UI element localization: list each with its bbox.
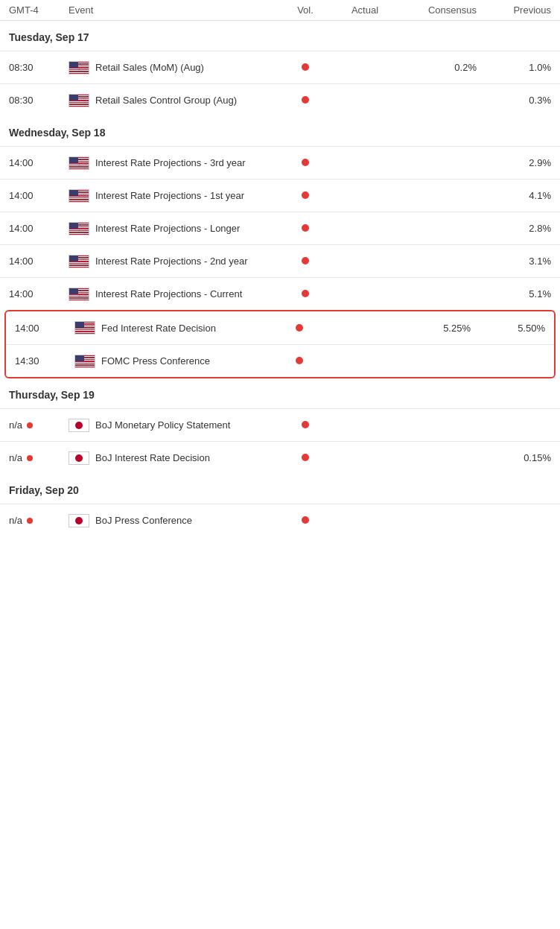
vol-dot (302, 421, 309, 428)
event-flag-name-group: Retail Sales Control Group (Aug) (69, 94, 283, 107)
event-name: Interest Rate Projections - Current (89, 288, 242, 299)
vol-dot (302, 516, 309, 524)
header-consensus: Consensus (402, 4, 484, 16)
event-time: 14:30 (15, 355, 74, 367)
event-name: BoJ Monetary Policy Statement (89, 419, 230, 431)
flag-us (69, 94, 89, 107)
table-row: 14:30 FOMC Press Conference (6, 344, 554, 377)
table-row: 14:00 Interest Rate Projections - 3rd ye… (0, 146, 560, 179)
event-flag-name-group: FOMC Press Conference (74, 355, 277, 368)
table-row: 14:00 Interest Rate Projections - 1st ye… (0, 179, 560, 212)
time-indicator-dot (27, 455, 33, 461)
previous-cell: 3.1% (484, 256, 551, 267)
date-heading-fri: Friday, Sep 20 (0, 474, 560, 504)
previous-cell: 5.50% (478, 323, 545, 334)
event-flag-name-group: Interest Rate Projections - Current (69, 288, 283, 301)
flag-jp (69, 419, 89, 432)
vol-dot (302, 454, 309, 461)
previous-cell: 2.8% (484, 223, 551, 234)
vol-cell (277, 323, 322, 334)
time-indicator-dot (27, 422, 33, 428)
event-time: 14:00 (9, 223, 69, 234)
event-name: BoJ Interest Rate Decision (89, 452, 210, 463)
event-name: Interest Rate Projections - 1st year (89, 190, 244, 201)
event-time: n/a (9, 419, 22, 431)
vol-dot (296, 357, 303, 364)
vol-dot (302, 290, 309, 297)
vol-cell (283, 190, 328, 201)
vol-cell (283, 256, 328, 267)
event-time: n/a (9, 452, 22, 463)
vol-cell (283, 62, 328, 73)
event-flag-name-group: Interest Rate Projections - 2nd year (69, 255, 283, 268)
event-name: Retail Sales (MoM) (Aug) (89, 62, 204, 73)
event-name: Interest Rate Projections - 2nd year (89, 256, 248, 267)
event-name: Fed Interest Rate Decision (95, 323, 216, 334)
flag-us (69, 61, 89, 74)
date-heading-thu: Thursday, Sep 19 (0, 378, 560, 408)
event-flag-name-group: BoJ Press Conference (69, 514, 283, 527)
table-header: GMT-4 Event Vol. Actual Consensus Previo… (0, 0, 560, 21)
header-previous: Previous (484, 4, 551, 16)
event-time: 08:30 (9, 95, 69, 106)
vol-cell (283, 223, 328, 234)
time-dot-group: n/a (9, 419, 69, 431)
event-time: 14:00 (15, 323, 74, 334)
vol-cell (277, 355, 322, 367)
consensus-cell: 5.25% (396, 323, 478, 334)
calendar-table: GMT-4 Event Vol. Actual Consensus Previo… (0, 0, 560, 536)
vol-dot (296, 324, 303, 332)
vol-dot (302, 224, 309, 232)
event-flag-name-group: BoJ Monetary Policy Statement (69, 419, 283, 432)
consensus-cell: 0.2% (402, 62, 484, 73)
header-vol: Vol. (283, 4, 328, 16)
event-flag-name-group: BoJ Interest Rate Decision (69, 451, 283, 465)
event-time: 14:00 (9, 190, 69, 201)
date-heading-tue: Tuesday, Sep 17 (0, 21, 560, 51)
vol-dot (302, 159, 309, 166)
previous-cell: 0.3% (484, 95, 551, 106)
table-row: n/a BoJ Monetary Policy Statement (0, 408, 560, 441)
table-row: 08:30 Retail Sales Control Group (Aug) 0… (0, 83, 560, 116)
event-name: Retail Sales Control Group (Aug) (89, 95, 237, 106)
previous-cell: 4.1% (484, 190, 551, 201)
event-flag-name-group: Interest Rate Projections - Longer (69, 222, 283, 235)
event-time: 08:30 (9, 62, 69, 73)
vol-cell (283, 419, 328, 431)
time-dot-group: n/a (9, 515, 69, 526)
event-flag-name-group: Fed Interest Rate Decision (74, 321, 277, 334)
flag-us (69, 288, 89, 301)
header-event: Event (69, 4, 283, 16)
event-name: Interest Rate Projections - 3rd year (89, 157, 246, 168)
flag-us (69, 156, 89, 170)
vol-dot (302, 257, 309, 264)
table-row: 08:30 Retail Sales (MoM) (Aug) 0.2% 1.0% (0, 51, 560, 83)
flag-us (74, 355, 95, 368)
time-dot-group: n/a (9, 452, 69, 463)
event-time: 14:00 (9, 288, 69, 299)
event-time: n/a (9, 515, 22, 526)
vol-dot (302, 96, 309, 104)
flag-us (69, 189, 89, 203)
event-flag-name-group: Interest Rate Projections - 1st year (69, 189, 283, 203)
previous-cell: 1.0% (484, 62, 551, 73)
date-heading-wed: Wednesday, Sep 18 (0, 116, 560, 146)
time-indicator-dot (27, 518, 33, 524)
previous-cell: 5.1% (484, 288, 551, 299)
vol-cell (283, 95, 328, 106)
event-name: BoJ Press Conference (89, 515, 192, 526)
flag-jp (69, 451, 89, 465)
event-name: Interest Rate Projections - Longer (89, 223, 240, 234)
table-row: n/a BoJ Press Conference (0, 504, 560, 536)
previous-cell: 0.15% (484, 452, 551, 463)
table-row: 14:00 Interest Rate Projections - Curren… (0, 277, 560, 310)
table-row: 14:00 Interest Rate Projections - Longer… (0, 212, 560, 244)
vol-dot (302, 191, 309, 199)
flag-us (69, 255, 89, 268)
header-actual: Actual (328, 4, 402, 16)
vol-cell (283, 515, 328, 526)
highlighted-events-box: 14:00 Fed Interest Rate Decision 5.25% 5… (4, 310, 556, 378)
event-flag-name-group: Retail Sales (MoM) (Aug) (69, 61, 283, 74)
vol-cell (283, 157, 328, 168)
flag-us (74, 321, 95, 334)
